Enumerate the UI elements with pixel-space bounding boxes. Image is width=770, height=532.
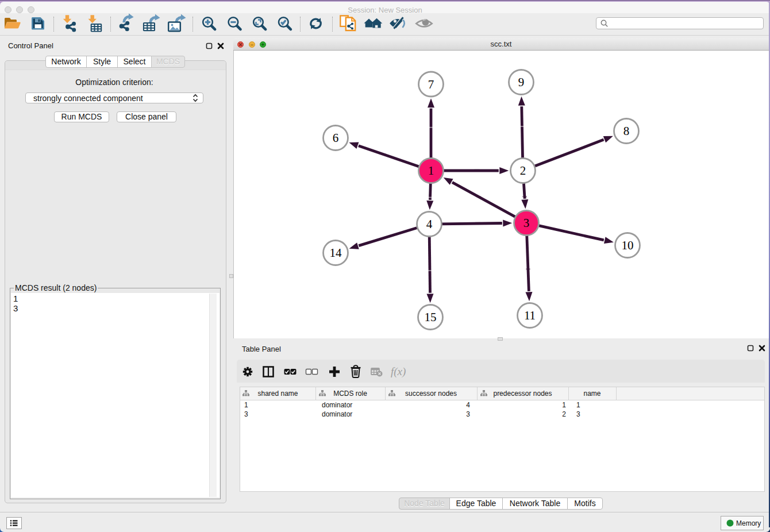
svg-text:14: 14: [330, 246, 342, 260]
svg-text:2: 2: [520, 164, 526, 178]
svg-text:6: 6: [333, 131, 339, 145]
svg-text:4: 4: [426, 217, 433, 231]
svg-text:7: 7: [428, 78, 434, 91]
svg-text:8: 8: [623, 124, 630, 138]
svg-text:3: 3: [523, 216, 530, 230]
svg-text:9: 9: [518, 75, 525, 89]
svg-text:1: 1: [428, 164, 434, 178]
svg-text:15: 15: [425, 310, 437, 324]
svg-text:f(x): f(x): [391, 365, 406, 378]
svg-text:10: 10: [622, 238, 634, 252]
svg-text:11: 11: [524, 309, 536, 322]
